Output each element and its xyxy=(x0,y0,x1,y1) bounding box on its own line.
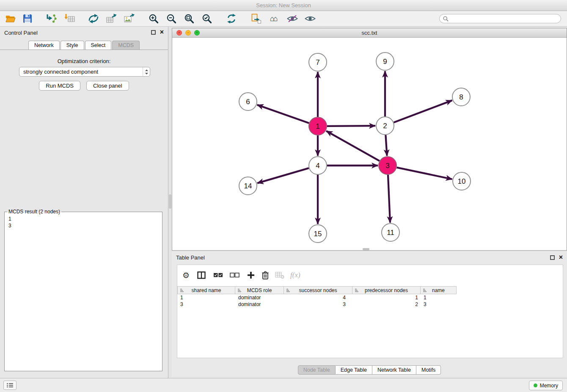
graph-node-9[interactable]: 9 xyxy=(376,52,394,70)
zoom-out-button[interactable] xyxy=(164,12,179,25)
criterion-select[interactable]: strongly connected component xyxy=(19,67,150,77)
graph-edge-4-14[interactable] xyxy=(257,168,309,183)
table-settings-button[interactable]: ⚙ xyxy=(182,271,190,280)
close-icon: × xyxy=(160,30,164,35)
chevron-up-down-icon xyxy=(143,67,150,76)
network-window-title: scc.txt xyxy=(362,30,377,36)
close-table-panel-button[interactable]: × xyxy=(559,255,563,260)
clone-network-button[interactable] xyxy=(249,12,263,25)
cell-successor-nodes[interactable]: 3 xyxy=(284,301,352,308)
mcds-result-text[interactable]: 1 3 xyxy=(5,215,162,371)
graph-node-7[interactable]: 7 xyxy=(309,53,327,71)
network-window-titlebar[interactable]: × − + scc.txt xyxy=(172,28,567,38)
column-header-successor-nodes[interactable]: successor nodes xyxy=(284,286,352,294)
mcds-result-panel: MCDS result (2 nodes) 1 3 xyxy=(4,209,162,371)
zoom-window-button[interactable]: + xyxy=(194,30,200,36)
graph-edge-3-11[interactable] xyxy=(388,175,390,223)
close-mcds-panel-button[interactable]: Close panel xyxy=(86,81,129,91)
refresh-icon xyxy=(226,14,237,24)
cell-shared-name[interactable]: 3 xyxy=(177,301,235,308)
save-session-button[interactable] xyxy=(20,12,35,25)
cell-predecessor-nodes[interactable]: 2 xyxy=(352,301,421,308)
close-window-button[interactable]: × xyxy=(176,30,182,36)
column-header-name[interactable]: name xyxy=(421,286,457,294)
open-session-button[interactable] xyxy=(3,12,18,25)
tab-style[interactable]: Style xyxy=(61,41,84,50)
column-header-predecessor-nodes[interactable]: predecessor nodes xyxy=(352,286,421,294)
graph-edge-1-2[interactable] xyxy=(327,126,375,126)
graph-node-10[interactable]: 10 xyxy=(453,172,471,190)
show-details-button[interactable] xyxy=(303,12,317,25)
graph-node-15[interactable]: 15 xyxy=(309,225,327,243)
tab-select[interactable]: Select xyxy=(85,41,112,50)
graph-edge-1-6[interactable] xyxy=(257,105,309,123)
zoom-fit-button[interactable] xyxy=(182,12,196,25)
deselect-all-rows-button[interactable] xyxy=(230,273,239,278)
column-header-shared-name[interactable]: shared name xyxy=(177,286,235,294)
table-row[interactable]: 1 dominator 4 1 1 xyxy=(177,294,563,301)
graph-node-3[interactable]: 3 xyxy=(379,157,396,174)
memory-button[interactable]: Memory xyxy=(529,381,563,390)
panel-splitter-handle[interactable] xyxy=(169,194,171,209)
close-control-panel-button[interactable]: × xyxy=(160,30,164,35)
svg-text:14: 14 xyxy=(244,182,252,190)
zoom-out-icon xyxy=(166,14,176,24)
tab-motifs[interactable]: Motifs xyxy=(416,365,441,375)
function-builder-button[interactable]: f(x) xyxy=(290,271,300,279)
graph-node-2[interactable]: 2 xyxy=(376,117,394,135)
graph-node-11[interactable]: 11 xyxy=(382,224,399,241)
graph-edge-2-8[interactable] xyxy=(394,100,452,122)
zoom-selected-button[interactable] xyxy=(200,12,214,25)
cell-mcds-role[interactable]: dominator xyxy=(235,301,284,308)
panel-menu-button[interactable] xyxy=(3,381,17,390)
tab-edge-table[interactable]: Edge Table xyxy=(336,365,372,375)
tab-network-table[interactable]: Network Table xyxy=(372,365,416,375)
graph-node-1[interactable]: 1 xyxy=(309,117,327,135)
network-canvas[interactable]: 7968124314101511 xyxy=(172,38,567,250)
cell-shared-name[interactable]: 1 xyxy=(177,294,235,301)
cell-successor-nodes[interactable]: 4 xyxy=(284,294,352,301)
window-title: Session: New Session xyxy=(256,2,311,8)
search-box[interactable] xyxy=(439,14,561,23)
delete-column-button[interactable] xyxy=(261,271,269,280)
table-row[interactable]: 3 dominator 3 2 3 xyxy=(177,301,563,308)
show-columns-button[interactable] xyxy=(197,271,206,279)
fx-icon: f(x) xyxy=(290,271,300,279)
cell-name[interactable]: 1 xyxy=(421,294,457,301)
network-hscrollbar-nub[interactable] xyxy=(363,248,369,250)
tab-mcds[interactable]: MCDS xyxy=(112,41,140,50)
add-column-button[interactable] xyxy=(247,271,255,279)
graph-node-6[interactable]: 6 xyxy=(239,93,257,110)
hide-details-button[interactable] xyxy=(285,12,300,25)
graph-edge-3-1[interactable] xyxy=(326,131,380,161)
cell-mcds-role[interactable]: dominator xyxy=(235,294,284,301)
export-network-button[interactable] xyxy=(86,12,101,25)
export-table-button[interactable] xyxy=(104,12,118,25)
graph-edge-3-10[interactable] xyxy=(397,168,452,179)
svg-text:9: 9 xyxy=(383,58,387,66)
main-toolbar: ⌂⌂ xyxy=(0,11,567,27)
float-panel-button[interactable] xyxy=(151,30,156,35)
graph-node-8[interactable]: 8 xyxy=(452,88,470,106)
minimize-window-button[interactable]: − xyxy=(185,30,191,36)
zoom-in-button[interactable] xyxy=(146,12,161,25)
export-image-button[interactable] xyxy=(122,12,136,25)
tab-network[interactable]: Network xyxy=(28,41,60,50)
home-view-button[interactable]: ⌂⌂ xyxy=(267,12,281,25)
import-table-button[interactable] xyxy=(63,12,77,25)
float-table-panel-button[interactable] xyxy=(550,255,555,260)
select-all-rows-button[interactable] xyxy=(213,273,223,278)
run-mcds-button[interactable]: Run MCDS xyxy=(39,81,80,91)
control-panel: Control Panel × Network Style Select MCD… xyxy=(0,27,168,378)
tab-node-table[interactable]: Node Table xyxy=(298,365,336,375)
graph-edge-2-3[interactable] xyxy=(385,135,387,156)
column-header-mcds-role[interactable]: MCDS role xyxy=(235,286,284,294)
search-input[interactable] xyxy=(451,15,557,22)
delete-table-button[interactable] xyxy=(275,271,284,279)
graph-node-14[interactable]: 14 xyxy=(239,177,257,195)
import-network-button[interactable] xyxy=(44,12,58,25)
refresh-view-button[interactable] xyxy=(224,12,239,25)
cell-predecessor-nodes[interactable]: 1 xyxy=(352,294,421,301)
cell-name[interactable]: 3 xyxy=(421,301,457,308)
graph-node-4[interactable]: 4 xyxy=(309,157,327,174)
